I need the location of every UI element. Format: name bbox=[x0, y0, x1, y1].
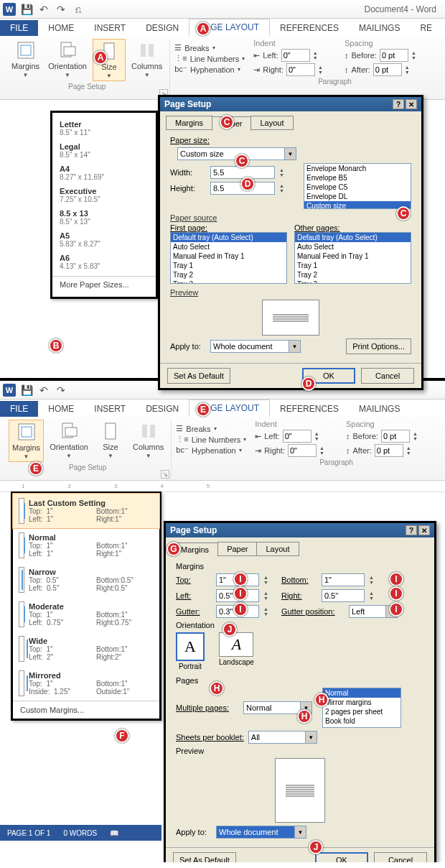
tab-insert[interactable]: INSERT bbox=[84, 401, 136, 417]
hyphenation-button[interactable]: bc⁻Hyphenation ▾ bbox=[174, 65, 245, 74]
dialog-tab-layout[interactable]: Layout bbox=[250, 116, 293, 130]
multiple-pages-combo[interactable] bbox=[243, 701, 301, 714]
custom-margins[interactable]: Custom Margins... bbox=[13, 701, 159, 719]
print-options-button[interactable]: Print Options... bbox=[346, 338, 411, 354]
tab-mailings[interactable]: MAILINGS bbox=[349, 20, 410, 36]
spinner-icon[interactable]: ▲▼ bbox=[405, 65, 410, 75]
sheets-per-booklet-combo[interactable] bbox=[248, 731, 306, 744]
spinner-icon[interactable]: ▲▼ bbox=[413, 431, 418, 441]
margin-option[interactable]: ModerateTop: 1"Bottom:1"Left: 0.75"Right… bbox=[13, 597, 159, 632]
set-as-default-button[interactable]: Set As Default bbox=[167, 368, 230, 384]
gutter-position-combo[interactable] bbox=[349, 605, 386, 618]
tab-mailings[interactable]: MAILINGS bbox=[349, 401, 410, 417]
spinner-icon[interactable]: ▲▼ bbox=[279, 183, 284, 193]
tab-file[interactable]: FILE bbox=[0, 401, 38, 417]
spinner-icon[interactable]: ▲▼ bbox=[319, 445, 324, 456]
close-icon[interactable]: ✕ bbox=[406, 99, 417, 109]
tab-references[interactable]: REFERENCES bbox=[270, 401, 349, 417]
chevron-down-icon[interactable]: ▼ bbox=[289, 340, 301, 353]
tab-file[interactable]: FILE bbox=[0, 20, 38, 36]
spacing-before-field[interactable]: ↕Before:▲▼ bbox=[345, 49, 416, 62]
indent-left-input[interactable] bbox=[281, 49, 310, 62]
line-numbers-button[interactable]: ⋮≡Line Numbers ▾ bbox=[174, 54, 245, 63]
page-setup-launcher-icon[interactable]: ↘ bbox=[161, 470, 169, 479]
hyphenation-button[interactable]: bc⁻Hyphenation ▾ bbox=[176, 445, 246, 455]
margin-right-input[interactable] bbox=[322, 589, 365, 602]
undo-icon[interactable]: ↶ bbox=[37, 3, 50, 16]
landscape-option[interactable]: ALandscape bbox=[219, 632, 254, 670]
margins-button[interactable]: Margins▼ bbox=[9, 420, 44, 462]
paper-size-combo[interactable] bbox=[177, 147, 285, 160]
size-button[interactable]: Size▼ bbox=[94, 420, 127, 461]
help-icon[interactable]: ? bbox=[393, 99, 404, 109]
margin-option[interactable]: NarrowTop: 0.5"Bottom:0.5"Left: 0.5"Righ… bbox=[13, 563, 159, 597]
spinner-icon[interactable]: ▲▼ bbox=[369, 591, 374, 601]
spinner-icon[interactable]: ▲▼ bbox=[263, 606, 268, 617]
portrait-option[interactable]: APortrait bbox=[176, 632, 205, 670]
status-page[interactable]: PAGE 1 OF 1 bbox=[7, 829, 50, 837]
spinner-icon[interactable]: ▲▼ bbox=[313, 50, 318, 60]
spacing-before-input[interactable] bbox=[381, 430, 410, 443]
other-pages-listbox[interactable]: Default tray (Auto Select)Auto SelectMan… bbox=[294, 232, 411, 284]
margin-bottom-input[interactable] bbox=[322, 573, 365, 586]
chevron-down-icon[interactable]: ▼ bbox=[306, 731, 317, 744]
save-icon[interactable]: 💾 bbox=[20, 3, 33, 16]
apply-to-combo[interactable] bbox=[210, 340, 289, 353]
spacing-before-input[interactable] bbox=[380, 49, 408, 62]
save-icon[interactable]: 💾 bbox=[20, 384, 33, 397]
size-option[interactable]: 8.5 x 138.5" x 13" bbox=[52, 206, 156, 228]
tab-design[interactable]: DESIGN bbox=[136, 20, 189, 36]
size-option[interactable]: A64.13" x 5.83" bbox=[52, 251, 156, 273]
first-page-listbox[interactable]: Default tray (Auto Select)Auto SelectMan… bbox=[170, 232, 287, 284]
spinner-icon[interactable]: ▲▼ bbox=[318, 65, 323, 75]
chevron-down-icon[interactable]: ▼ bbox=[285, 147, 296, 160]
orientation-button[interactable]: Orientation▼ bbox=[45, 39, 90, 80]
spinner-icon[interactable]: ▲▼ bbox=[406, 445, 411, 456]
breaks-button[interactable]: ☰Breaks ▾ bbox=[176, 424, 246, 433]
cancel-button[interactable]: Cancel bbox=[374, 852, 427, 862]
ok-button[interactable]: OK bbox=[315, 852, 368, 862]
margin-option[interactable]: Last Custom SettingTop: 1"Bottom:1"Left:… bbox=[12, 493, 160, 529]
spacing-after-field[interactable]: ↕After:▲▼ bbox=[345, 63, 416, 76]
tab-design[interactable]: DESIGN bbox=[136, 401, 189, 417]
size-option[interactable]: A55.83" x 8.27" bbox=[52, 228, 156, 251]
close-icon[interactable]: ✕ bbox=[418, 525, 430, 535]
margins-button[interactable]: Margins▼ bbox=[9, 39, 42, 80]
columns-button[interactable]: Columns▼ bbox=[128, 39, 165, 80]
size-option[interactable]: A48.27" x 11.69" bbox=[52, 162, 156, 184]
indent-right-field[interactable]: ⇥Right:▲▼ bbox=[253, 63, 323, 76]
redo-icon[interactable]: ↷ bbox=[55, 3, 67, 16]
multiple-pages-listbox[interactable]: NormalMirror margins2 pages per sheetBoo… bbox=[322, 688, 401, 728]
spinner-icon[interactable]: ▲▼ bbox=[314, 431, 319, 441]
chevron-down-icon[interactable]: ▼ bbox=[295, 826, 306, 839]
spinner-icon[interactable]: ▲▼ bbox=[369, 575, 374, 585]
repeat-icon[interactable]: ⎌ bbox=[72, 3, 85, 16]
tab-insert[interactable]: INSERT bbox=[84, 20, 136, 36]
dialog-tab-layout[interactable]: Layout bbox=[256, 542, 299, 556]
undo-icon[interactable]: ↶ bbox=[37, 384, 50, 397]
apply-to-combo[interactable] bbox=[216, 826, 295, 839]
dialog-tab-margins[interactable]: Margins bbox=[166, 116, 212, 130]
paper-size-listbox[interactable]: Envelope MonarchEnvelope B5Envelope C5En… bbox=[304, 163, 411, 209]
tab-home[interactable]: HOME bbox=[38, 20, 84, 36]
size-option[interactable]: Executive7.25" x 10.5" bbox=[52, 184, 156, 206]
spinner-icon[interactable]: ▲▼ bbox=[279, 167, 284, 177]
redo-icon[interactable]: ↷ bbox=[55, 384, 67, 397]
tab-references[interactable]: REFERENCES bbox=[270, 20, 349, 36]
margin-option[interactable]: NormalTop: 1"Bottom:1"Left: 1"Right:1" bbox=[13, 528, 159, 563]
margin-option[interactable]: MirroredTop: 1"Bottom:1"Inside: 1.25"Out… bbox=[13, 666, 159, 701]
size-option[interactable]: Letter8.5" x 11" bbox=[52, 117, 156, 139]
orientation-button[interactable]: Orientation▼ bbox=[47, 420, 91, 461]
indent-right-input[interactable] bbox=[286, 63, 315, 76]
spellcheck-icon[interactable]: 📖 bbox=[110, 829, 118, 837]
margin-option[interactable]: WideTop: 1"Bottom:1"Left: 2"Right:2" bbox=[13, 632, 159, 666]
help-icon[interactable]: ? bbox=[406, 525, 417, 535]
indent-left-field[interactable]: ⇤Left:▲▼ bbox=[253, 49, 323, 62]
more-paper-sizes[interactable]: More Paper Sizes... bbox=[52, 276, 156, 292]
status-words[interactable]: 0 WORDS bbox=[63, 829, 97, 837]
spinner-icon[interactable]: ▲▼ bbox=[411, 50, 416, 60]
tab-home[interactable]: HOME bbox=[38, 401, 84, 417]
breaks-button[interactable]: ☰Breaks ▾ bbox=[174, 43, 245, 52]
cancel-button[interactable]: Cancel bbox=[361, 368, 414, 384]
spinner-icon[interactable]: ▲▼ bbox=[263, 575, 268, 585]
